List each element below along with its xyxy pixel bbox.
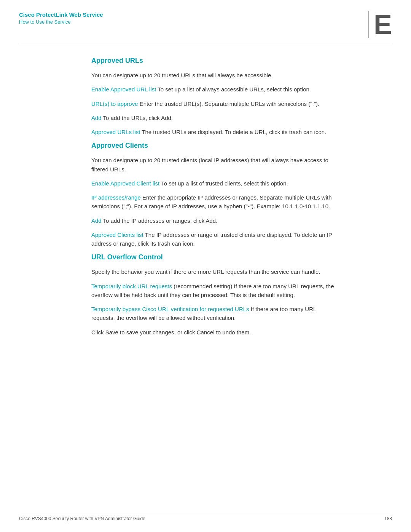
page-container: Cisco ProtectLink Web Service How to Use… [0, 0, 411, 532]
desc-enable-approved-client-list: To set up a list of trusted clients, sel… [161, 180, 288, 187]
def-add-ip: Add To add the IP addresses or ranges, c… [91, 216, 335, 225]
header-title: Cisco ProtectLink Web Service [19, 11, 103, 19]
term-enable-approved-url-list: Enable Approved URL list [91, 86, 156, 93]
url-overflow-intro: Specify the behavior you want if there a… [91, 267, 335, 276]
footer-page: 188 [384, 516, 392, 521]
footer: Cisco RVS4000 Security Router with VPN A… [19, 512, 392, 521]
def-add-urls: Add To add the URLs, click Add. [91, 113, 335, 122]
header-letter: E [374, 9, 392, 40]
section-url-overflow: URL Overflow Control Specify the behavio… [91, 253, 335, 337]
approved-clients-intro: You can designate up to 20 trusted clien… [91, 156, 335, 174]
def-temp-bypass: Temporarily bypass Cisco URL verificatio… [91, 305, 335, 323]
term-add-ip: Add [91, 217, 102, 224]
desc-urls-to-approve: Enter the trusted URL(s). Separate multi… [140, 101, 320, 107]
def-ip-addresses-range: IP addresses/range Enter the appropriate… [91, 193, 335, 211]
approved-urls-intro: You can designate up to 20 trusted URLs … [91, 71, 335, 80]
main-content: Approved URLs You can designate up to 20… [0, 45, 411, 353]
term-ip-addresses-range: IP addresses/range [91, 194, 141, 201]
desc-enable-approved-url-list: To set up a list of always accessible UR… [158, 86, 311, 93]
term-add-urls: Add [91, 115, 102, 121]
term-enable-approved-client-list: Enable Approved Client list [91, 180, 159, 187]
term-approved-urls-list: Approved URLs list [91, 129, 140, 135]
header-subtitle: How to Use the Service [19, 19, 103, 26]
def-enable-approved-client-list: Enable Approved Client list To set up a … [91, 179, 335, 188]
header-letter-box: E [365, 11, 392, 38]
heading-approved-clients: Approved Clients [91, 142, 335, 150]
section-approved-urls: Approved URLs You can designate up to 20… [91, 57, 335, 136]
term-urls-to-approve: URL(s) to approve [91, 101, 138, 107]
term-temp-block: Temporarily block URL requests [91, 283, 172, 289]
footer-left: Cisco RVS4000 Security Router with VPN A… [19, 516, 145, 521]
header: Cisco ProtectLink Web Service How to Use… [0, 0, 411, 38]
def-enable-approved-url-list: Enable Approved URL list To set up a lis… [91, 85, 335, 94]
def-temp-block: Temporarily block URL requests (recommen… [91, 282, 335, 300]
closing-para: Click Save to save your changes, or clic… [91, 328, 335, 337]
section-approved-clients: Approved Clients You can designate up to… [91, 142, 335, 248]
def-approved-urls-list: Approved URLs list The trusted URLs are … [91, 128, 335, 136]
def-approved-clients-list: Approved Clients list The IP addresses o… [91, 230, 335, 248]
desc-add-ip: To add the IP addresses or ranges, click… [103, 217, 218, 224]
letter-border: E [368, 11, 392, 38]
desc-add-urls: To add the URLs, click Add. [103, 115, 173, 121]
heading-url-overflow: URL Overflow Control [91, 253, 335, 261]
term-temp-bypass: Temporarily bypass Cisco URL verificatio… [91, 306, 249, 312]
term-approved-clients-list: Approved Clients list [91, 232, 143, 238]
desc-approved-urls-list: The trusted URLs are displayed. To delet… [142, 129, 326, 135]
header-left: Cisco ProtectLink Web Service How to Use… [19, 11, 103, 26]
heading-approved-urls: Approved URLs [91, 57, 335, 65]
def-urls-to-approve: URL(s) to approve Enter the trusted URL(… [91, 99, 335, 108]
